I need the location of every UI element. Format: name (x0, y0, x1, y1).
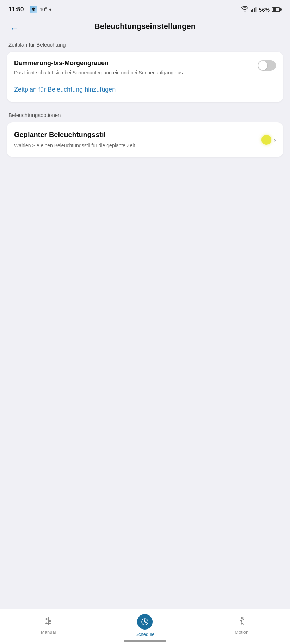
back-button[interactable]: ← (7, 21, 22, 36)
nav-item-schedule[interactable]: Schedule (97, 614, 193, 637)
main-content: Zeitplan für Beleuchtung Dämmerung-bis-M… (0, 38, 290, 157)
geplanter-right: › (261, 135, 276, 145)
nav-item-motion[interactable]: Motion (193, 616, 290, 635)
svg-rect-1 (252, 9, 253, 12)
chevron-right-icon: › (273, 136, 276, 144)
wifi-icon (241, 6, 248, 13)
motion-label: Motion (235, 630, 248, 635)
svg-line-20 (242, 619, 244, 620)
section1-label: Zeitplan für Beleuchtung (8, 42, 283, 48)
schedule-label: Schedule (135, 632, 154, 637)
svg-point-10 (46, 623, 48, 624)
signal-icon (251, 6, 257, 13)
manual-icon (43, 616, 53, 627)
page-title: Beleuchtungseinstellungen (94, 22, 196, 31)
dot-indicator: • (49, 6, 51, 13)
manual-label: Manual (41, 630, 56, 635)
geplanter-desc: Wählen Sie einen Beleuchtungsstil für di… (14, 142, 257, 149)
svg-line-13 (145, 622, 146, 623)
home-indicator (124, 640, 166, 642)
yellow-dot (261, 135, 271, 145)
dawn-to-dusk-row: Dämmerung-bis-Morgengrauen Das Licht sch… (14, 60, 276, 76)
time-display: 11:50 (8, 6, 24, 13)
geplanter-row: Geplanter Beleuchtungsstil Wählen Sie ei… (14, 130, 276, 149)
battery-icon (272, 7, 282, 12)
geplanter-title: Geplanter Beleuchtungsstil (14, 130, 257, 139)
status-left: 11:50  ❄ 10° • (8, 6, 51, 13)
geplanter-text: Geplanter Beleuchtungsstil Wählen Sie ei… (14, 130, 257, 149)
status-bar: 11:50  ❄ 10° • 56% (0, 0, 290, 18)
temperature-display: 10° (39, 7, 47, 12)
add-schedule-link[interactable]: Zeitplan für Beleuchtung hinzufügen (14, 85, 276, 94)
dawn-text: Dämmerung-bis-Morgengrauen Das Licht sch… (14, 60, 258, 76)
schedule-icon (137, 614, 153, 630)
motion-icon (237, 616, 247, 627)
toggle-knob (258, 61, 267, 70)
svg-rect-0 (251, 10, 252, 12)
schedule-card: Dämmerung-bis-Morgengrauen Das Licht sch… (7, 52, 283, 102)
lighting-options-card[interactable]: Geplanter Beleuchtungsstil Wählen Sie ei… (7, 122, 283, 157)
svg-rect-3 (255, 7, 256, 12)
dawn-toggle[interactable] (258, 60, 276, 71)
nav-item-manual[interactable]: Manual (0, 616, 97, 635)
dawn-desc: Das Licht schaltet sich bei Sonnenunterg… (14, 69, 252, 76)
svg-line-15 (241, 619, 242, 621)
svg-rect-2 (254, 8, 255, 12)
svg-point-9 (49, 620, 51, 622)
weather-badge: ❄ (30, 6, 37, 13)
page-header: ← Beleuchtungseinstellungen (0, 18, 290, 38)
bottom-nav: Manual Schedule Motion (0, 609, 290, 644)
battery-percent: 56% (259, 7, 270, 13)
svg-line-19 (242, 623, 243, 624)
status-right: 56% (241, 6, 282, 13)
sim-icon:  (26, 7, 27, 12)
dawn-title: Dämmerung-bis-Morgengrauen (14, 60, 252, 67)
section2-label: Beleuchtungsoptionen (8, 112, 283, 118)
svg-point-8 (46, 618, 48, 620)
